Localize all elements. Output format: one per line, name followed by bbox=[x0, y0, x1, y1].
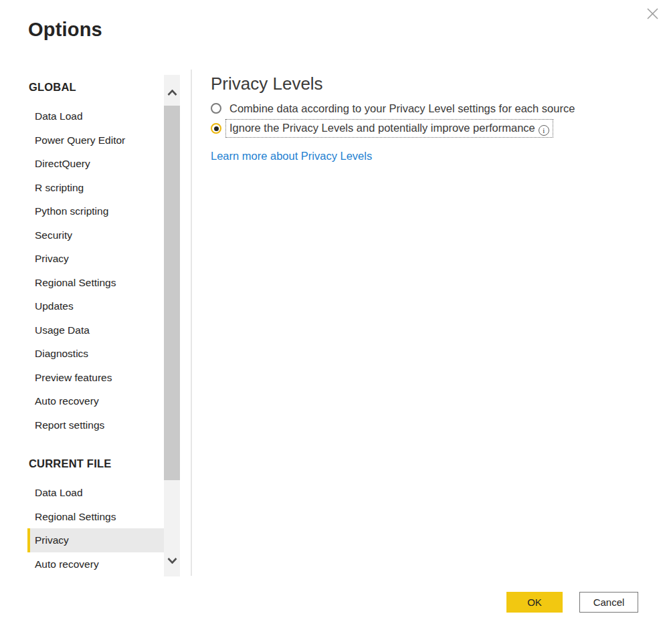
options-dialog: Options GLOBALData LoadPower Query Edito… bbox=[0, 0, 669, 644]
sidebar-item-global-updates[interactable]: Updates bbox=[27, 294, 164, 318]
sidebar-item-global-diagnostics[interactable]: Diagnostics bbox=[27, 342, 164, 366]
sidebar-section-header-current-file: CURRENT FILE bbox=[27, 451, 164, 475]
radio-unselected-icon[interactable] bbox=[211, 103, 221, 114]
cancel-button[interactable]: Cancel bbox=[579, 592, 638, 613]
sidebar: GLOBALData LoadPower Query EditorDirectQ… bbox=[27, 75, 164, 576]
sidebar-scrollbar[interactable] bbox=[164, 75, 180, 576]
sidebar-item-global-auto-recovery[interactable]: Auto recovery bbox=[27, 389, 164, 413]
sidebar-item-current-file-regional-settings[interactable]: Regional Settings bbox=[27, 505, 164, 529]
sidebar-item-global-privacy[interactable]: Privacy bbox=[27, 247, 164, 271]
sidebar-content-divider bbox=[191, 70, 192, 576]
radio-option-label: Ignore the Privacy Levels and potentiall… bbox=[225, 119, 553, 138]
sidebar-item-global-usage-data[interactable]: Usage Data bbox=[27, 318, 164, 342]
sidebar-item-global-preview-features[interactable]: Preview features bbox=[27, 366, 164, 390]
info-icon[interactable]: i bbox=[539, 125, 549, 136]
dialog-title: Options bbox=[28, 19, 102, 41]
privacy-level-radio-group: Combine data according to your Privacy L… bbox=[211, 98, 652, 138]
sidebar-item-global-report-settings[interactable]: Report settings bbox=[27, 413, 164, 437]
close-icon[interactable] bbox=[644, 5, 660, 21]
sidebar-item-global-regional-settings[interactable]: Regional Settings bbox=[27, 271, 164, 295]
privacy-settings-panel: Privacy Levels Combine data according to… bbox=[211, 72, 652, 163]
sidebar-item-current-file-auto-recovery[interactable]: Auto recovery bbox=[27, 552, 164, 576]
radio-option-2[interactable]: Ignore the Privacy Levels and potentiall… bbox=[211, 118, 652, 138]
scroll-down-icon[interactable] bbox=[164, 555, 180, 566]
scrollbar-thumb[interactable] bbox=[164, 106, 180, 480]
scroll-up-icon[interactable] bbox=[164, 87, 180, 98]
sidebar-item-global-r-scripting[interactable]: R scripting bbox=[27, 176, 164, 200]
sidebar-item-global-directquery[interactable]: DirectQuery bbox=[27, 152, 164, 176]
sidebar-item-current-file-privacy[interactable]: Privacy bbox=[27, 528, 164, 552]
sidebar-item-global-python-scripting[interactable]: Python scripting bbox=[27, 199, 164, 223]
sidebar-item-global-power-query-editor[interactable]: Power Query Editor bbox=[27, 128, 164, 152]
radio-option-1[interactable]: Combine data according to your Privacy L… bbox=[211, 98, 652, 118]
page-title: Privacy Levels bbox=[211, 72, 652, 95]
radio-selected-icon[interactable] bbox=[211, 123, 221, 134]
learn-more-link[interactable]: Learn more about Privacy Levels bbox=[211, 150, 372, 163]
sidebar-item-global-security[interactable]: Security bbox=[27, 223, 164, 247]
sidebar-item-global-data-load[interactable]: Data Load bbox=[27, 104, 164, 128]
sidebar-item-current-file-data-load[interactable]: Data Load bbox=[27, 481, 164, 505]
radio-option-label: Combine data according to your Privacy L… bbox=[225, 100, 579, 118]
sidebar-section-header-global: GLOBAL bbox=[27, 75, 164, 99]
ok-button[interactable]: OK bbox=[506, 592, 563, 613]
